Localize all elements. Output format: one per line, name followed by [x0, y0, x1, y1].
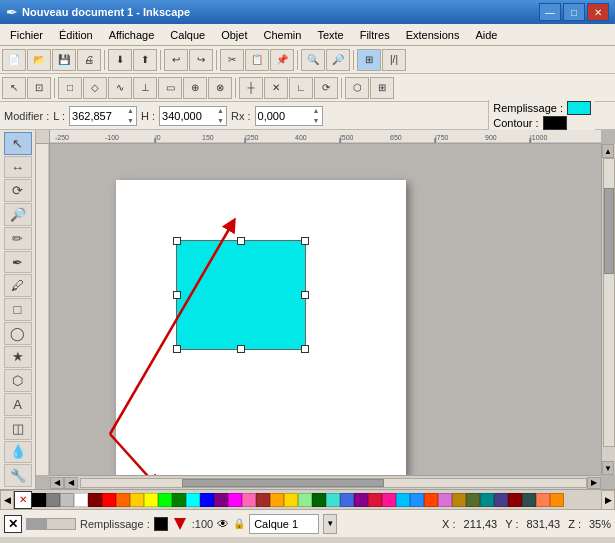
redo-button[interactable]: ↪ [189, 49, 213, 71]
snap-midpoint[interactable]: ┼ [239, 77, 263, 99]
gradient-tool[interactable]: ◫ [4, 417, 32, 440]
scroll-thumb-v[interactable] [604, 188, 614, 274]
layer-dropdown-btn[interactable]: ▼ [323, 514, 337, 534]
color-swatch[interactable] [130, 493, 144, 507]
paste-button[interactable]: 📌 [270, 49, 294, 71]
color-swatch[interactable] [508, 493, 522, 507]
ellipse-tool[interactable]: ◯ [4, 322, 32, 345]
fill-swatch[interactable] [567, 101, 591, 115]
color-swatch[interactable] [74, 493, 88, 507]
horizontal-scrollbar[interactable]: ◀ ◀ ▶ [50, 475, 601, 489]
menu-item-aide[interactable]: Aide [467, 24, 505, 45]
handle-rm[interactable] [301, 291, 309, 299]
contour-swatch[interactable] [543, 116, 567, 130]
lock-icon[interactable]: 🔒 [233, 518, 245, 529]
palette-right-arrow[interactable]: ▶ [601, 490, 615, 510]
rect-tool[interactable]: □ [4, 298, 32, 321]
color-swatch[interactable] [536, 493, 550, 507]
calligraph-tool[interactable]: 🖊 [4, 274, 32, 297]
color-swatch[interactable] [480, 493, 494, 507]
snap-nodes[interactable]: ◇ [83, 77, 107, 99]
color-swatch[interactable] [466, 493, 480, 507]
l-input[interactable] [72, 110, 127, 122]
pencil-tool[interactable]: ✏ [4, 227, 32, 250]
color-swatch[interactable] [354, 493, 368, 507]
import-button[interactable]: ⬇ [108, 49, 132, 71]
canvas-area[interactable]: -250 -100 |0 150 |250 400 |500 650 |750 … [36, 130, 615, 489]
snap-tangent[interactable]: ∟ [289, 77, 313, 99]
fill-color-box[interactable] [154, 517, 168, 531]
menu-item-édition[interactable]: Édition [51, 24, 101, 45]
h-spinner[interactable]: ▲▼ [217, 106, 224, 126]
color-swatch[interactable] [32, 493, 46, 507]
export-button[interactable]: ⬆ [133, 49, 157, 71]
snap-smooth[interactable]: ⟳ [314, 77, 338, 99]
color-swatch[interactable] [270, 493, 284, 507]
spray-tool[interactable]: 🔧 [4, 464, 32, 487]
vertical-scrollbar[interactable]: ▲ ▼ [601, 144, 615, 475]
color-swatch[interactable] [228, 493, 242, 507]
color-swatch[interactable] [172, 493, 186, 507]
color-swatch[interactable] [256, 493, 270, 507]
select-tool[interactable]: ↖ [4, 132, 32, 155]
color-swatch[interactable] [396, 493, 410, 507]
color-swatch[interactable] [102, 493, 116, 507]
snap-button[interactable]: |/| [382, 49, 406, 71]
color-swatch[interactable] [158, 493, 172, 507]
zoom-out-button[interactable]: 🔎 [326, 49, 350, 71]
menu-item-filtres[interactable]: Filtres [352, 24, 398, 45]
color-swatch[interactable] [298, 493, 312, 507]
color-swatch[interactable] [242, 493, 256, 507]
handle-bm[interactable] [237, 345, 245, 353]
color-swatch[interactable] [60, 493, 74, 507]
menu-item-chemin[interactable]: Chemin [255, 24, 309, 45]
color-swatch[interactable] [522, 493, 536, 507]
dropper-tool[interactable]: 💧 [4, 441, 32, 464]
color-swatch[interactable] [116, 493, 130, 507]
color-swatch[interactable] [214, 493, 228, 507]
star-tool[interactable]: ★ [4, 346, 32, 369]
3d-box-tool[interactable]: ⬡ [4, 369, 32, 392]
tweak-tool[interactable]: ⟳ [4, 179, 32, 202]
menu-item-objet[interactable]: Objet [213, 24, 255, 45]
new-button[interactable]: 📄 [2, 49, 26, 71]
zoom-in-button[interactable]: 🔍 [301, 49, 325, 71]
color-swatch[interactable] [284, 493, 298, 507]
scroll-up-btn[interactable]: ▲ [602, 144, 614, 158]
cut-button[interactable]: ✂ [220, 49, 244, 71]
menu-item-affichage[interactable]: Affichage [101, 24, 163, 45]
scroll-right-btn[interactable]: ▶ [587, 477, 601, 489]
snap-center[interactable]: ⊗ [208, 77, 232, 99]
l-spinner[interactable]: ▲▼ [127, 106, 134, 126]
copy-button[interactable]: 📋 [245, 49, 269, 71]
color-swatch[interactable] [550, 493, 564, 507]
transparent-swatch[interactable]: ✕ [14, 491, 32, 509]
menu-item-extensions[interactable]: Extensions [398, 24, 468, 45]
scroll-left-btn[interactable]: ◀ [50, 477, 64, 489]
handle-tm[interactable] [237, 237, 245, 245]
text-tool[interactable]: A [4, 393, 32, 416]
scroll-down-btn[interactable]: ▼ [602, 461, 614, 475]
color-swatch[interactable] [438, 493, 452, 507]
handle-tr[interactable] [301, 237, 309, 245]
color-swatch[interactable] [312, 493, 326, 507]
print-button[interactable]: 🖨 [77, 49, 101, 71]
menu-item-calque[interactable]: Calque [162, 24, 213, 45]
snap-path[interactable]: ∿ [108, 77, 132, 99]
rx-spinner[interactable]: ▲▼ [313, 106, 320, 126]
color-swatch[interactable] [186, 493, 200, 507]
menu-item-fichier[interactable]: Fichier [2, 24, 51, 45]
save-button[interactable]: 💾 [52, 49, 76, 71]
node-tool[interactable]: ↔ [4, 156, 32, 179]
snap-others[interactable]: ⬡ [345, 77, 369, 99]
handle-lm[interactable] [173, 291, 181, 299]
handle-br[interactable] [301, 345, 309, 353]
color-swatch[interactable] [46, 493, 60, 507]
snap-intersection[interactable]: ✕ [264, 77, 288, 99]
no-fill-indicator[interactable]: ✕ [4, 515, 22, 533]
scroll-thumb-h[interactable] [182, 479, 384, 487]
color-swatch[interactable] [494, 493, 508, 507]
color-swatch[interactable] [88, 493, 102, 507]
minimize-button[interactable]: — [539, 3, 561, 21]
menu-item-texte[interactable]: Texte [309, 24, 351, 45]
